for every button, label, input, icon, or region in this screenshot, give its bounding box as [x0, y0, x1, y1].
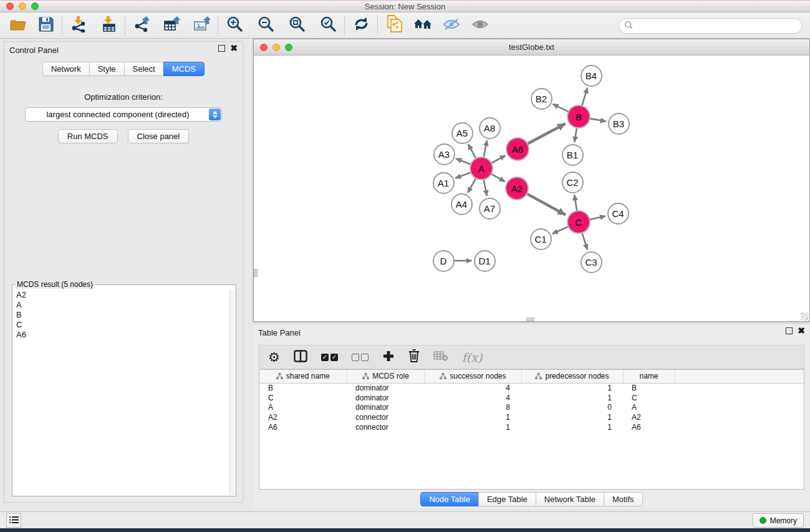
export-network-button[interactable]	[131, 15, 152, 36]
graph-edge-A-A2[interactable]	[491, 173, 505, 181]
search-box[interactable]	[619, 18, 803, 34]
close-table-panel-icon[interactable]: ✖	[798, 327, 805, 334]
tab-select[interactable]: Select	[124, 62, 164, 76]
memory-button[interactable]: Memory	[753, 513, 804, 528]
column-header-predecessor-nodes[interactable]: predecessor nodes	[521, 370, 623, 383]
table-row[interactable]: Bdominator41B	[259, 383, 804, 393]
graph-edge-C-C1[interactable]	[552, 226, 569, 234]
graph-edge-A6-B[interactable]	[527, 123, 566, 144]
graph-node-C1[interactable]: C1	[530, 228, 552, 250]
graph-edge-A-A5[interactable]	[468, 144, 476, 159]
network-window-titlebar[interactable]: testGlobe.txt	[254, 39, 809, 56]
column-header-name[interactable]: name	[623, 370, 675, 383]
table-row[interactable]: A6connector11A6	[259, 422, 804, 432]
graph-node-B4[interactable]: B4	[581, 65, 602, 87]
zoom-fit-button[interactable]	[286, 15, 307, 36]
zoom-in-button[interactable]	[224, 15, 245, 36]
mcds-result-item[interactable]: B	[13, 310, 229, 320]
add-column-button[interactable]	[382, 350, 395, 365]
graph-edge-B-B3[interactable]	[589, 118, 606, 122]
graph-edge-A-A8[interactable]	[483, 140, 487, 158]
graph-node-D1[interactable]: D1	[474, 250, 496, 272]
import-network-button[interactable]	[68, 15, 89, 36]
tab-node-table[interactable]: Node Table	[420, 492, 479, 506]
save-session-button[interactable]	[35, 15, 56, 36]
float-panel-icon[interactable]	[218, 45, 225, 52]
tab-style[interactable]: Style	[89, 62, 125, 76]
search-input[interactable]	[636, 21, 802, 31]
graph-edge-A-A1[interactable]	[455, 172, 471, 178]
show-log-button[interactable]	[6, 513, 21, 528]
table-settings-button[interactable]: ⚙	[268, 351, 280, 364]
import-table-button[interactable]	[98, 15, 119, 36]
graph-node-A2[interactable]: A2	[505, 177, 529, 200]
mcds-result-list[interactable]: A2ABCA6	[13, 290, 229, 495]
tab-motifs[interactable]: Motifs	[604, 492, 643, 506]
delete-column-button[interactable]	[408, 349, 420, 365]
zoom-selected-button[interactable]	[317, 15, 339, 36]
table-row[interactable]: Cdominator41C	[259, 393, 804, 403]
hide-selected-button[interactable]	[441, 15, 462, 36]
graph-node-A1[interactable]: A1	[433, 172, 455, 194]
run-mcds-button[interactable]: Run MCDS	[58, 129, 118, 143]
graph-edge-A-A3[interactable]	[456, 158, 471, 165]
mcds-result-item[interactable]: A	[13, 300, 229, 310]
show-all-button[interactable]	[470, 15, 491, 36]
column-header-MCDS-role[interactable]: MCDS role	[347, 370, 425, 383]
toggle-columns-button[interactable]	[294, 350, 307, 365]
network-canvas[interactable]: B4B2BB3A8A5A6A3B1AA1C2A2A4A7C4CC1C3DD1	[254, 56, 809, 321]
export-table-button[interactable]	[161, 15, 182, 36]
mcds-result-item[interactable]: A2	[13, 290, 229, 300]
graph-edge-B-B2[interactable]	[552, 104, 569, 112]
graph-edge-A2-C[interactable]	[526, 193, 566, 215]
apply-layout-button[interactable]	[350, 15, 372, 36]
first-neighbors-button[interactable]	[412, 15, 433, 36]
zoom-out-button[interactable]	[255, 15, 276, 36]
graph-node-C2[interactable]: C2	[562, 172, 584, 193]
mcds-result-item[interactable]: A6	[13, 330, 229, 340]
canvas-horizontal-scroll-thumb[interactable]	[526, 317, 534, 321]
graph-node-D[interactable]: D	[433, 250, 455, 272]
export-image-button[interactable]	[191, 15, 212, 36]
close-panel-button[interactable]: Close panel	[128, 129, 190, 143]
tab-edge-table[interactable]: Edge Table	[478, 492, 536, 506]
graph-edge-B-B4[interactable]	[582, 88, 587, 107]
deselect-all-button[interactable]	[352, 354, 369, 361]
window-resize-grip[interactable]	[801, 312, 809, 321]
tab-network[interactable]: Network	[42, 62, 90, 76]
graph-node-B1[interactable]: B1	[562, 144, 584, 166]
graph-edge-C-C4[interactable]	[589, 216, 605, 220]
select-all-button[interactable]: ✓✓	[321, 354, 338, 361]
graph-node-C3[interactable]: C3	[581, 251, 602, 273]
table-row[interactable]: Adominator80A	[259, 402, 804, 412]
graph-edge-B-B1[interactable]	[574, 127, 577, 142]
graph-node-A[interactable]: A	[470, 157, 493, 180]
mcds-list-scrollbar[interactable]	[229, 290, 235, 495]
table-row[interactable]: A2connector11A2	[259, 412, 804, 422]
mcds-result-item[interactable]: C	[13, 320, 229, 330]
graph-node-A5[interactable]: A5	[451, 122, 473, 144]
graph-edge-A-A4[interactable]	[468, 178, 476, 193]
graph-node-B3[interactable]: B3	[608, 113, 630, 135]
graph-node-B[interactable]: B	[567, 105, 591, 128]
graph-node-C4[interactable]: C4	[607, 203, 629, 225]
tab-mcds[interactable]: MCDS	[163, 62, 205, 76]
graph-node-A3[interactable]: A3	[433, 143, 455, 165]
open-session-button[interactable]	[7, 15, 29, 36]
graph-node-A8[interactable]: A8	[479, 117, 501, 139]
graph-node-C[interactable]: C	[567, 210, 591, 234]
column-header-shared-name[interactable]: shared name	[259, 370, 347, 383]
graph-edge-C-C2[interactable]	[574, 195, 577, 211]
optimization-criterion-select[interactable]: largest connected component (directed)	[25, 107, 222, 122]
canvas-vertical-scroll-thumb[interactable]	[254, 269, 258, 277]
graph-node-B2[interactable]: B2	[531, 88, 552, 110]
graph-edge-C-C3[interactable]	[582, 232, 587, 249]
close-panel-icon[interactable]: ✖	[230, 45, 238, 52]
graph-node-A4[interactable]: A4	[451, 193, 473, 215]
graph-node-A6[interactable]: A6	[506, 137, 529, 161]
graph-node-A7[interactable]: A7	[479, 198, 501, 220]
float-table-panel-icon[interactable]	[786, 327, 793, 334]
column-header-successor-nodes[interactable]: successor nodes	[425, 370, 521, 383]
graph-edge-A-A6[interactable]	[491, 155, 506, 163]
tab-network-table[interactable]: Network Table	[536, 492, 604, 506]
